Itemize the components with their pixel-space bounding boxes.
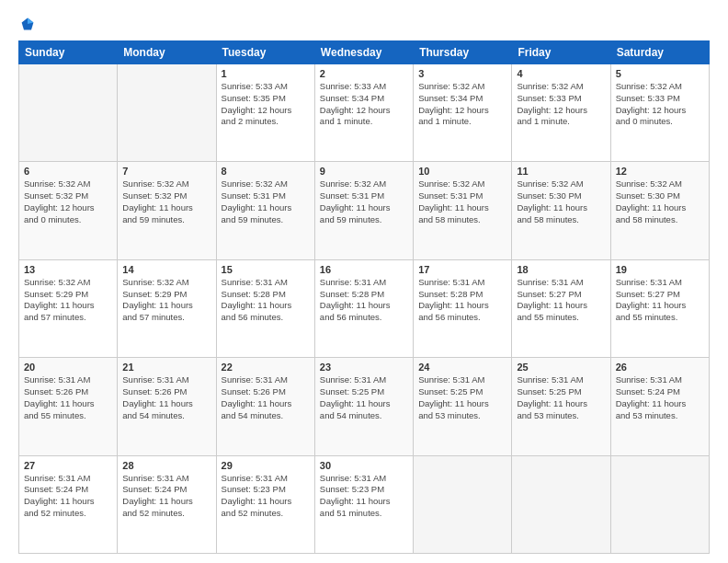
day-number: 16 <box>320 264 408 275</box>
day-number: 4 <box>517 68 605 79</box>
day-number: 6 <box>24 166 112 177</box>
day-info: Sunrise: 5:31 AM Sunset: 5:26 PM Dayligh… <box>122 374 210 421</box>
day-number: 2 <box>320 68 408 79</box>
day-cell: 23Sunrise: 5:31 AM Sunset: 5:25 PM Dayli… <box>314 358 413 455</box>
day-cell: 19Sunrise: 5:31 AM Sunset: 5:27 PM Dayli… <box>610 259 709 357</box>
day-cell: 7Sunrise: 5:32 AM Sunset: 5:32 PM Daylig… <box>118 162 216 259</box>
day-cell: 16Sunrise: 5:31 AM Sunset: 5:28 PM Dayli… <box>314 259 413 357</box>
day-info: Sunrise: 5:31 AM Sunset: 5:24 PM Dayligh… <box>24 473 112 520</box>
day-number: 9 <box>320 166 408 177</box>
day-info: Sunrise: 5:31 AM Sunset: 5:26 PM Dayligh… <box>24 374 112 421</box>
col-header-friday: Friday <box>512 41 610 64</box>
day-number: 13 <box>24 264 112 275</box>
day-cell: 2Sunrise: 5:33 AM Sunset: 5:34 PM Daylig… <box>314 64 413 162</box>
day-number: 19 <box>616 264 704 275</box>
day-info: Sunrise: 5:32 AM Sunset: 5:30 PM Dayligh… <box>517 178 605 225</box>
day-cell: 27Sunrise: 5:31 AM Sunset: 5:24 PM Dayli… <box>19 455 118 553</box>
day-info: Sunrise: 5:31 AM Sunset: 5:25 PM Dayligh… <box>320 374 408 421</box>
day-number: 3 <box>418 68 506 79</box>
day-info: Sunrise: 5:32 AM Sunset: 5:31 PM Dayligh… <box>222 178 310 225</box>
day-cell: 3Sunrise: 5:32 AM Sunset: 5:34 PM Daylig… <box>414 64 512 162</box>
day-info: Sunrise: 5:31 AM Sunset: 5:28 PM Dayligh… <box>320 277 408 324</box>
day-cell: 20Sunrise: 5:31 AM Sunset: 5:26 PM Dayli… <box>19 358 118 455</box>
day-number: 24 <box>418 362 506 373</box>
day-info: Sunrise: 5:31 AM Sunset: 5:25 PM Dayligh… <box>517 374 605 421</box>
col-header-sunday: Sunday <box>19 41 118 64</box>
day-number: 26 <box>616 362 704 373</box>
week-row-4: 20Sunrise: 5:31 AM Sunset: 5:26 PM Dayli… <box>19 358 710 455</box>
day-number: 27 <box>24 460 112 471</box>
day-number: 15 <box>222 264 310 275</box>
day-cell: 8Sunrise: 5:32 AM Sunset: 5:31 PM Daylig… <box>216 162 314 259</box>
day-cell <box>512 455 610 553</box>
day-number: 8 <box>222 166 310 177</box>
day-info: Sunrise: 5:32 AM Sunset: 5:29 PM Dayligh… <box>122 277 210 324</box>
calendar-table: SundayMondayTuesdayWednesdayThursdayFrid… <box>18 40 710 554</box>
day-cell: 11Sunrise: 5:32 AM Sunset: 5:30 PM Dayli… <box>512 162 610 259</box>
col-header-monday: Monday <box>118 41 216 64</box>
day-cell: 30Sunrise: 5:31 AM Sunset: 5:23 PM Dayli… <box>314 455 413 553</box>
day-cell: 22Sunrise: 5:31 AM Sunset: 5:26 PM Dayli… <box>216 358 314 455</box>
day-cell: 28Sunrise: 5:31 AM Sunset: 5:24 PM Dayli… <box>118 455 216 553</box>
day-info: Sunrise: 5:32 AM Sunset: 5:29 PM Dayligh… <box>24 277 112 324</box>
day-cell <box>118 64 216 162</box>
page: SundayMondayTuesdayWednesdayThursdayFrid… <box>0 0 728 563</box>
day-number: 14 <box>122 264 210 275</box>
day-cell: 1Sunrise: 5:33 AM Sunset: 5:35 PM Daylig… <box>216 64 314 162</box>
col-header-wednesday: Wednesday <box>314 41 413 64</box>
day-info: Sunrise: 5:32 AM Sunset: 5:30 PM Dayligh… <box>616 178 704 225</box>
day-cell: 18Sunrise: 5:31 AM Sunset: 5:27 PM Dayli… <box>512 259 610 357</box>
day-cell: 26Sunrise: 5:31 AM Sunset: 5:24 PM Dayli… <box>610 358 709 455</box>
day-cell <box>19 64 118 162</box>
week-row-1: 1Sunrise: 5:33 AM Sunset: 5:35 PM Daylig… <box>19 64 710 162</box>
day-number: 21 <box>122 362 210 373</box>
day-info: Sunrise: 5:31 AM Sunset: 5:28 PM Dayligh… <box>418 277 506 324</box>
day-cell: 12Sunrise: 5:32 AM Sunset: 5:30 PM Dayli… <box>610 162 709 259</box>
day-cell: 13Sunrise: 5:32 AM Sunset: 5:29 PM Dayli… <box>19 259 118 357</box>
day-number: 28 <box>122 460 210 471</box>
day-number: 7 <box>122 166 210 177</box>
col-header-saturday: Saturday <box>610 41 709 64</box>
day-cell: 6Sunrise: 5:32 AM Sunset: 5:32 PM Daylig… <box>19 162 118 259</box>
header <box>18 17 710 31</box>
day-info: Sunrise: 5:31 AM Sunset: 5:25 PM Dayligh… <box>418 374 506 421</box>
day-info: Sunrise: 5:32 AM Sunset: 5:31 PM Dayligh… <box>320 178 408 225</box>
col-header-tuesday: Tuesday <box>216 41 314 64</box>
week-row-5: 27Sunrise: 5:31 AM Sunset: 5:24 PM Dayli… <box>19 455 710 553</box>
day-cell: 17Sunrise: 5:31 AM Sunset: 5:28 PM Dayli… <box>414 259 512 357</box>
day-number: 23 <box>320 362 408 373</box>
day-number: 17 <box>418 264 506 275</box>
day-number: 25 <box>517 362 605 373</box>
col-header-thursday: Thursday <box>414 41 512 64</box>
day-info: Sunrise: 5:31 AM Sunset: 5:27 PM Dayligh… <box>616 277 704 324</box>
day-info: Sunrise: 5:33 AM Sunset: 5:34 PM Dayligh… <box>320 81 408 128</box>
day-number: 10 <box>418 166 506 177</box>
day-number: 30 <box>320 460 408 471</box>
day-cell: 4Sunrise: 5:32 AM Sunset: 5:33 PM Daylig… <box>512 64 610 162</box>
day-cell: 14Sunrise: 5:32 AM Sunset: 5:29 PM Dayli… <box>118 259 216 357</box>
day-info: Sunrise: 5:32 AM Sunset: 5:33 PM Dayligh… <box>616 81 704 128</box>
day-info: Sunrise: 5:31 AM Sunset: 5:26 PM Dayligh… <box>222 374 310 421</box>
day-number: 18 <box>517 264 605 275</box>
day-cell: 24Sunrise: 5:31 AM Sunset: 5:25 PM Dayli… <box>414 358 512 455</box>
day-number: 20 <box>24 362 112 373</box>
day-cell: 21Sunrise: 5:31 AM Sunset: 5:26 PM Dayli… <box>118 358 216 455</box>
day-number: 12 <box>616 166 704 177</box>
day-info: Sunrise: 5:33 AM Sunset: 5:35 PM Dayligh… <box>222 81 310 128</box>
week-row-3: 13Sunrise: 5:32 AM Sunset: 5:29 PM Dayli… <box>19 259 710 357</box>
day-cell <box>414 455 512 553</box>
day-info: Sunrise: 5:31 AM Sunset: 5:24 PM Dayligh… <box>616 374 704 421</box>
day-number: 11 <box>517 166 605 177</box>
day-cell: 29Sunrise: 5:31 AM Sunset: 5:23 PM Dayli… <box>216 455 314 553</box>
day-info: Sunrise: 5:32 AM Sunset: 5:34 PM Dayligh… <box>418 81 506 128</box>
day-cell: 5Sunrise: 5:32 AM Sunset: 5:33 PM Daylig… <box>610 64 709 162</box>
header-row: SundayMondayTuesdayWednesdayThursdayFrid… <box>19 41 710 64</box>
day-info: Sunrise: 5:31 AM Sunset: 5:23 PM Dayligh… <box>320 473 408 520</box>
day-number: 5 <box>616 68 704 79</box>
day-number: 22 <box>222 362 310 373</box>
day-info: Sunrise: 5:32 AM Sunset: 5:32 PM Dayligh… <box>24 178 112 225</box>
day-info: Sunrise: 5:31 AM Sunset: 5:24 PM Dayligh… <box>122 473 210 520</box>
logo-icon <box>20 17 35 31</box>
day-info: Sunrise: 5:31 AM Sunset: 5:28 PM Dayligh… <box>222 277 310 324</box>
day-info: Sunrise: 5:32 AM Sunset: 5:31 PM Dayligh… <box>418 178 506 225</box>
